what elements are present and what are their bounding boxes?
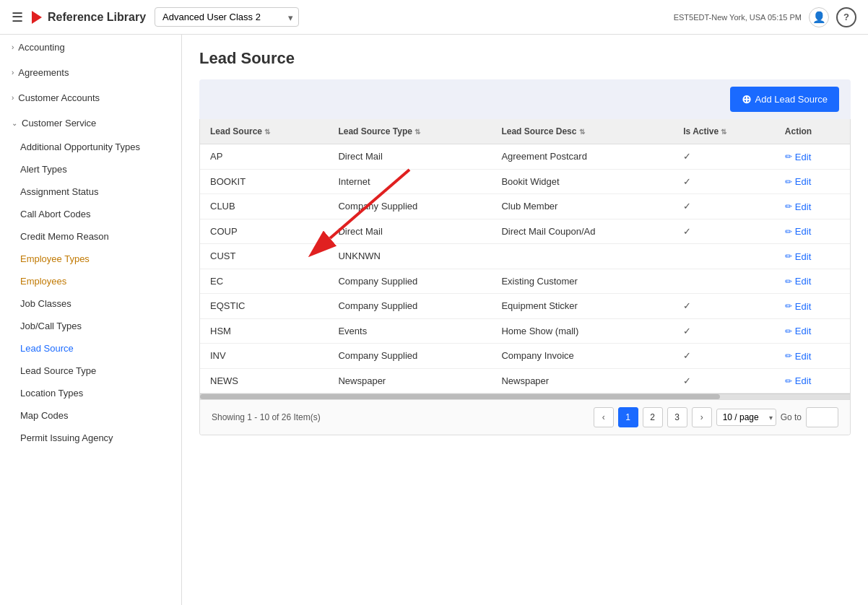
table-row: HSMEventsHome Show (mall)✓✏ Edit: [200, 318, 850, 344]
edit-icon: ✏: [785, 201, 792, 212]
cell-lead-source: INV: [200, 344, 328, 369]
cell-lead-source-type: Company Supplied: [328, 294, 491, 319]
edit-icon: ✏: [785, 227, 792, 237]
help-icon[interactable]: ?: [836, 7, 856, 27]
user-icon[interactable]: 👤: [809, 7, 829, 27]
sort-icon-lead-source: ⇅: [264, 128, 270, 136]
cell-lead-source-desc: Direct Mail Coupon/Ad: [491, 219, 673, 244]
sort-icon-is-active: ⇅: [721, 128, 726, 136]
sidebar-sub-item-lead-source-type[interactable]: Lead Source Type: [0, 360, 181, 382]
edit-link[interactable]: ✏ Edit: [785, 152, 811, 162]
cell-lead-source-desc: Company Invoice: [491, 344, 673, 369]
sidebar-sub-item-permit-issuing-agency[interactable]: Permit Issuing Agency: [0, 427, 181, 449]
edit-link[interactable]: ✏ Edit: [785, 251, 811, 262]
sidebar-sub-item-job-classes[interactable]: Job Classes: [0, 292, 181, 315]
page-title: Lead Source: [199, 49, 851, 68]
edit-icon: ✏: [785, 301, 792, 311]
cell-lead-source-type: Company Supplied: [328, 269, 491, 294]
cell-lead-source: EC: [200, 269, 328, 294]
edit-icon: ✏: [785, 277, 792, 287]
edit-link[interactable]: ✏ Edit: [785, 176, 811, 187]
chevron-right-icon: ›: [12, 43, 14, 51]
edit-link[interactable]: ✏ Edit: [785, 301, 811, 312]
hamburger-icon[interactable]: ☰: [12, 9, 23, 25]
cell-action: ✏ Edit: [775, 144, 850, 170]
col-header-lead-source-desc[interactable]: Lead Source Desc ⇅: [491, 119, 673, 144]
edit-link[interactable]: ✏ Edit: [785, 375, 811, 386]
edit-icon: ✏: [785, 177, 792, 187]
sidebar-sub-item-additional-opportunity-types[interactable]: Additional Opportunity Types: [0, 136, 181, 158]
cell-is-active: ✓: [673, 144, 775, 170]
class-dropdown[interactable]: Advanced User Class 2: [155, 7, 299, 27]
cell-lead-source-type: Direct Mail: [328, 144, 491, 170]
cell-lead-source: CLUB: [200, 194, 328, 219]
chevron-right-icon: ›: [12, 69, 14, 77]
cell-action: ✏ Edit: [775, 368, 850, 393]
edit-link[interactable]: ✏ Edit: [785, 326, 811, 336]
cell-lead-source-desc: [491, 244, 673, 269]
table-header: Lead Source ⇅ Lead Source Type ⇅ Lead So…: [200, 119, 850, 144]
sidebar-item-agreements[interactable]: › Agreements: [0, 60, 181, 85]
cell-is-active: [673, 244, 775, 269]
col-header-lead-source-type[interactable]: Lead Source Type ⇅: [328, 119, 491, 144]
cell-action: ✏ Edit: [775, 269, 850, 294]
cell-action: ✏ Edit: [775, 194, 850, 219]
col-header-is-active[interactable]: Is Active ⇅: [673, 119, 775, 144]
main-content: Lead Source ⊕ Add Lead Source: [182, 35, 868, 605]
sidebar-item-customer-service[interactable]: ⌄ Customer Service: [0, 110, 181, 136]
cell-action: ✏ Edit: [775, 169, 850, 194]
cell-action: ✏ Edit: [775, 244, 850, 269]
goto-input[interactable]: [806, 407, 838, 427]
sidebar-sub-item-assignment-status[interactable]: Assignment Status: [0, 180, 181, 203]
page-2-button[interactable]: 2: [643, 407, 663, 427]
cell-lead-source-desc: Newspaper: [491, 368, 673, 393]
sidebar-sub-item-employee-types[interactable]: Employee Types: [0, 248, 181, 270]
page-1-button[interactable]: 1: [618, 407, 638, 427]
cell-lead-source-type: Direct Mail: [328, 219, 491, 244]
edit-link[interactable]: ✏ Edit: [785, 201, 811, 212]
table-row: INVCompany SuppliedCompany Invoice✓✏ Edi…: [200, 344, 850, 369]
edit-link[interactable]: ✏ Edit: [785, 226, 811, 237]
sort-icon-lead-source-type: ⇅: [415, 128, 420, 136]
table-row: BOOKITInternetBookit Widget✓✏ Edit: [200, 169, 850, 194]
cell-lead-source: CUST: [200, 244, 328, 269]
app-title: Reference Library: [48, 11, 146, 24]
table-row: CUSTUNKNWN✏ Edit: [200, 244, 850, 269]
table-row: EQSTICCompany SuppliedEquipment Sticker✓…: [200, 294, 850, 319]
cell-is-active: ✓: [673, 219, 775, 244]
cell-lead-source-type: UNKNWN: [328, 244, 491, 269]
class-dropdown-wrapper: Advanced User Class 2: [155, 7, 299, 27]
cell-lead-source-desc: Club Member: [491, 194, 673, 219]
sidebar-sub-item-job-call-types[interactable]: Job/Call Types: [0, 315, 181, 337]
sidebar-sub-item-alert-types[interactable]: Alert Types: [0, 158, 181, 180]
sidebar-sub-item-lead-source[interactable]: Lead Source: [0, 337, 181, 360]
sidebar-item-customer-accounts[interactable]: › Customer Accounts: [0, 85, 181, 110]
time-display: EST5EDT-New York, USA 05:15 PM: [674, 13, 802, 22]
sidebar-sub-item-credit-memo-reason[interactable]: Credit Memo Reason: [0, 225, 181, 248]
table-row: APDirect MailAgreement Postcard✓✏ Edit: [200, 144, 850, 170]
add-lead-source-button[interactable]: ⊕ Add Lead Source: [730, 87, 839, 112]
cell-lead-source-type: Newspaper: [328, 368, 491, 393]
goto-label: Go to: [781, 412, 802, 422]
cell-is-active: ✓: [673, 344, 775, 369]
horizontal-scrollbar[interactable]: [200, 393, 850, 399]
edit-link[interactable]: ✏ Edit: [785, 276, 811, 287]
sidebar-sub-item-call-abort-codes[interactable]: Call Abort Codes: [0, 203, 181, 225]
next-page-button[interactable]: ›: [692, 407, 712, 427]
col-header-action: Action: [775, 119, 850, 144]
table-row: ECCompany SuppliedExisting Customer✏ Edi…: [200, 269, 850, 294]
sidebar-sub-item-map-codes[interactable]: Map Codes: [0, 404, 181, 427]
edit-link[interactable]: ✏ Edit: [785, 351, 811, 362]
sidebar-item-accounting[interactable]: › Accounting: [0, 35, 181, 60]
cell-action: ✏ Edit: [775, 294, 850, 319]
page-3-button[interactable]: 3: [667, 407, 687, 427]
per-page-select[interactable]: 10 / page 25 / page 50 / page: [716, 409, 776, 426]
prev-page-button[interactable]: ‹: [594, 407, 614, 427]
table-row: COUPDirect MailDirect Mail Coupon/Ad✓✏ E…: [200, 219, 850, 244]
col-header-lead-source[interactable]: Lead Source ⇅: [200, 119, 328, 144]
pagination-info: Showing 1 - 10 of 26 Item(s): [212, 412, 321, 422]
edit-icon: ✏: [785, 326, 792, 336]
table-row: NEWSNewspaperNewspaper✓✏ Edit: [200, 368, 850, 393]
sidebar-sub-item-employees[interactable]: Employees: [0, 270, 181, 292]
sidebar-sub-item-location-types[interactable]: Location Types: [0, 382, 181, 404]
